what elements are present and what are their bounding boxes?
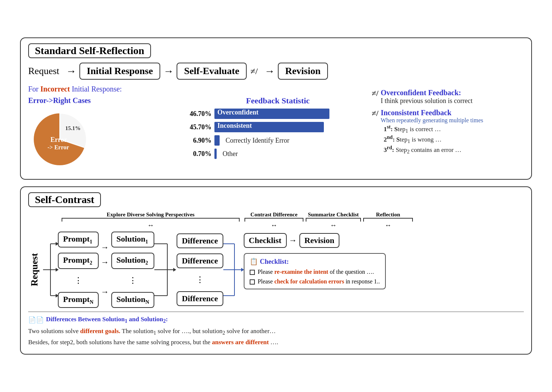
ps-arrow-2: → — [101, 258, 109, 267]
bracket-reflection-arrow: ↔ — [385, 222, 391, 229]
svg-text:-> Error: -> Error — [47, 144, 69, 150]
sc-flow: Request Prompt1 Prompt2 ⋮ PromptN — [28, 232, 524, 308]
bottom-section: Self-Contrast Explore Diverse Solving Pe… — [20, 186, 532, 355]
revision-box: Revision — [278, 63, 328, 80]
stat-bar-label-overconfident: Overconfident — [214, 109, 262, 116]
checklist-icon: 📋 — [250, 258, 258, 266]
difference-n-box: Difference — [177, 291, 223, 306]
top-section: Standard Self-Reflection Request → Initi… — [20, 37, 532, 180]
stat-label-correct: Correctly Identify Error — [223, 137, 289, 144]
checklist-text-1: Please re-examine the intent of the ques… — [258, 269, 374, 275]
stat-pct-correct: 6.90% — [188, 137, 211, 144]
solutions-col: Solution1 Solution2 ⋮ SolutionN — [111, 232, 154, 308]
svg-text:15.1%: 15.1% — [65, 125, 80, 131]
overconfident-pair: ≠/ Overconfident Feedback: I think previ… — [372, 89, 524, 105]
for-incorrect-label: For Incorrect Initial Response: — [28, 85, 184, 93]
overconfident-title: Overconfident Feedback: — [381, 89, 472, 97]
inconsistent-pair: ≠/ Inconsistent Feedback When repeatedly… — [372, 109, 524, 155]
inconsistent-block: Inconsistent Feedback When repeatedly ge… — [381, 109, 483, 155]
diff-icons: 📄📄 — [28, 316, 44, 324]
checklist-box: Checklist — [244, 233, 287, 248]
incorrect-bold: Incorrect — [40, 85, 70, 93]
bracket-labels: Explore Diverse Solving Perspectives ↔ C… — [28, 212, 524, 229]
prompts-dots: ⋮ — [58, 274, 99, 287]
inconsistent-title: Inconsistent Feedback — [381, 109, 483, 117]
request-label: Request — [28, 66, 59, 77]
inconsistent-item-1: 1st: Step1 is correct … — [384, 124, 483, 134]
bottom-text-1: Two solutions solve different goals. The… — [28, 326, 524, 337]
stat-row-inconsistent: 45.70% Inconsistent — [188, 122, 368, 132]
prompt-n-box: PromptN — [58, 292, 99, 308]
solutions-dots: ⋮ — [111, 274, 154, 287]
bracket-explore-arrow: ↔ — [147, 222, 154, 229]
highlight-1: re-examine the intent — [274, 269, 328, 275]
checklist-row: Checklist → Revision — [244, 233, 386, 248]
flow-row: Request → Initial Response → Self-Evalua… — [28, 63, 524, 80]
checklist-revision-col: Checklist → Revision 📋 Checklist: Please… — [244, 233, 386, 289]
bracket-summarize-arrow: ↔ — [330, 222, 337, 229]
checklist-item-2: Please check for calculation errors in r… — [250, 278, 380, 285]
checklist-text-2: Please check for calculation errors in r… — [258, 278, 380, 285]
not-eq-icon-overconfident: ≠/ — [372, 89, 378, 98]
middle-col: Feedback Statistic 46.70% Overconfident … — [184, 85, 368, 162]
converge-arrows-svg — [154, 233, 177, 307]
sc-bottom-area: 📄📄 Differences Between Solution1 and Sol… — [28, 312, 524, 347]
converge2-svg — [223, 233, 244, 307]
differences-col: Difference Difference ⋮ Difference — [177, 233, 223, 306]
feedback-stat-title: Feedback Statistic — [188, 96, 368, 106]
not-eq-icon-inconsistent: ≠/ — [372, 109, 378, 118]
difference-1-box: Difference — [177, 233, 223, 248]
ps-arrow-n: → — [101, 287, 109, 297]
highlight-answers-diff: answers are different — [212, 339, 269, 346]
bracket-reflection: Reflection ↔ — [362, 212, 414, 229]
top-section-title: Standard Self-Reflection — [28, 43, 151, 58]
bracket-summarize: Summarize Checklist ↔ — [305, 212, 362, 229]
stat-row-correct: 6.90% Correctly Identify Error — [188, 135, 368, 146]
ps-arrow-1: → — [101, 243, 109, 252]
checklist-item-1: Please re-examine the intent of the ques… — [250, 269, 380, 275]
bracket-contrast: Contrast Difference ↔ — [243, 212, 305, 229]
overconfident-block: Overconfident Feedback: I think previous… — [381, 89, 472, 105]
inconsistent-sub: When repeatedly generating multiple time… — [381, 117, 483, 124]
prompt-2-box: Prompt2 — [58, 253, 99, 269]
stat-pct-other: 0.70% — [188, 150, 211, 158]
stat-bar-other — [214, 149, 217, 159]
stat-pct-inconsistent: 45.70% — [188, 123, 211, 131]
solution-2-box: Solution2 — [111, 253, 154, 269]
arrow-2: → — [163, 65, 174, 77]
bracket-contrast-line — [244, 218, 303, 222]
inconsistent-item-3: 3rd: Step2 contains an error … — [384, 144, 483, 155]
arrow-3: → — [264, 65, 275, 77]
arrow-1: → — [66, 65, 76, 77]
revision-box-sc: Revision — [299, 233, 340, 248]
pie-chart: Error -> Error 15.1% — [28, 108, 91, 171]
solution-1-box: Solution1 — [111, 232, 154, 248]
difference-2-box: Difference — [177, 253, 223, 268]
bottom-text-2: Besides, for step2, both solutions have … — [28, 337, 524, 347]
checkbox-2 — [250, 279, 255, 285]
stat-bar-label-inconsistent: Inconsistent — [214, 122, 255, 129]
initial-response-box: Initial Response — [79, 63, 160, 80]
self-evaluate-box: Self-Evaluate — [177, 63, 247, 80]
error-right-label: Error->Right Cases — [28, 96, 91, 105]
self-contrast-title: Self-Contrast — [28, 192, 101, 207]
inconsistent-item-2: 2nd: Step1 is wrong … — [384, 134, 483, 144]
checklist-detail: 📋 Checklist: Please re-examine the inten… — [244, 253, 386, 289]
right-col: ≠/ Overconfident Feedback: I think previ… — [368, 85, 524, 159]
bracket-explore-label: Explore Diverse Solving Perspectives — [107, 212, 195, 218]
bracket-summarize-line — [306, 218, 361, 222]
overconfident-text: I think previous solution is correct — [381, 97, 472, 105]
stat-row-other: 0.70% Other — [188, 149, 368, 159]
stat-bar-correct — [214, 135, 220, 146]
diverge-arrows-svg — [43, 233, 58, 307]
highlight-2: check for calculation errors — [274, 278, 344, 285]
bracket-reflection-label: Reflection — [376, 212, 400, 218]
svg-marker-17 — [173, 268, 176, 272]
not-equal-icon-1: ≠/ — [250, 66, 258, 76]
stat-bar-inconsistent: Inconsistent — [214, 122, 324, 132]
left-col: For Incorrect Initial Response: Error->R… — [28, 85, 184, 172]
bracket-reflection-line — [363, 218, 413, 222]
bracket-explore-line — [62, 218, 240, 222]
bracket-contrast-arrow: ↔ — [271, 222, 277, 229]
highlight-diff-goals: different goals. — [80, 328, 120, 335]
